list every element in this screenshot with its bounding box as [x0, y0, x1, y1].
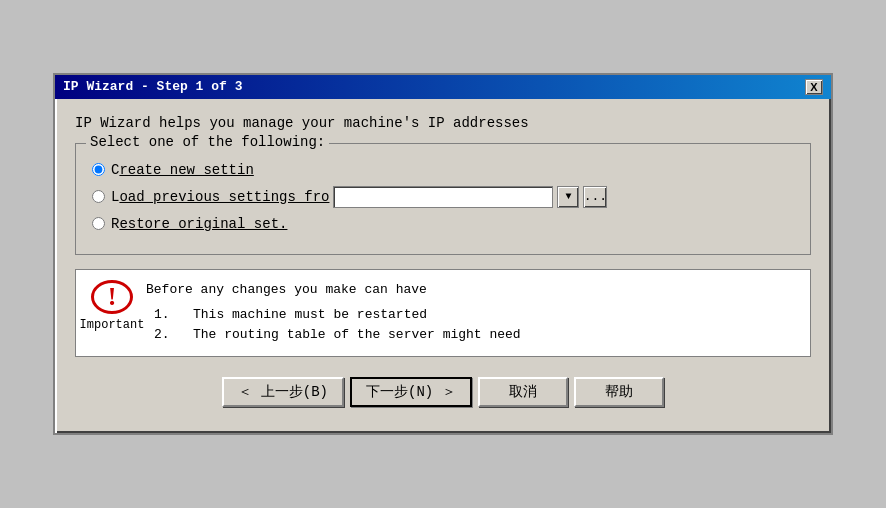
group-legend: Select one of the following:	[86, 134, 329, 150]
window-content: IP Wizard helps you manage your machine'…	[55, 99, 831, 433]
info-text-block: Before any changes you make can have 1. …	[146, 280, 521, 346]
help-button[interactable]: 帮助	[574, 377, 664, 407]
title-bar: IP Wizard - Step 1 of 3 X	[55, 75, 831, 99]
next-button[interactable]: 下一步(N) ＞	[350, 377, 472, 407]
dropdown-arrow-button[interactable]: ▼	[557, 186, 579, 208]
settings-dropdown[interactable]	[333, 186, 553, 208]
label-restore[interactable]: Restore original set.	[111, 216, 287, 232]
browse-button[interactable]: ...	[583, 186, 607, 208]
exclamation-icon: !	[91, 280, 133, 314]
info-item-2: 2. The routing table of the server might…	[146, 325, 521, 346]
main-window: IP Wizard - Step 1 of 3 X IP Wizard help…	[53, 73, 833, 435]
label-create-text: reate new settin	[119, 162, 253, 178]
close-button[interactable]: X	[805, 79, 823, 95]
radio-load-previous[interactable]	[92, 190, 105, 203]
button-bar: ＜ 上一步(B) 下一步(N) ＞ 取消 帮助	[75, 371, 811, 417]
important-label: Important	[80, 318, 145, 332]
dropdown-container: ▼ ...	[333, 186, 607, 208]
option-restore[interactable]: Restore original set.	[92, 216, 794, 232]
radio-create-new[interactable]	[92, 163, 105, 176]
radio-restore[interactable]	[92, 217, 105, 230]
label-create-new[interactable]: Create new settin	[111, 162, 254, 178]
options-group: Select one of the following: Create new …	[75, 143, 811, 255]
label-load-previous[interactable]: Load previous settings fro	[111, 189, 329, 205]
option-load-previous[interactable]: Load previous settings fro ▼ ...	[92, 186, 794, 208]
option-create-new[interactable]: Create new settin	[92, 162, 794, 178]
cancel-button[interactable]: 取消	[478, 377, 568, 407]
window-title: IP Wizard - Step 1 of 3	[63, 79, 242, 94]
info-box: ! Important Before any changes you make …	[75, 269, 811, 357]
label-load-text: oad previous settings fro	[119, 189, 329, 205]
prev-button[interactable]: ＜ 上一步(B)	[222, 377, 344, 407]
description-text: IP Wizard helps you manage your machine'…	[75, 115, 811, 131]
warning-icon-container: ! Important	[88, 280, 136, 332]
info-title: Before any changes you make can have	[146, 280, 521, 301]
info-item-1: 1. This machine must be restarted	[146, 305, 521, 326]
label-restore-text: estore original set.	[119, 216, 287, 232]
